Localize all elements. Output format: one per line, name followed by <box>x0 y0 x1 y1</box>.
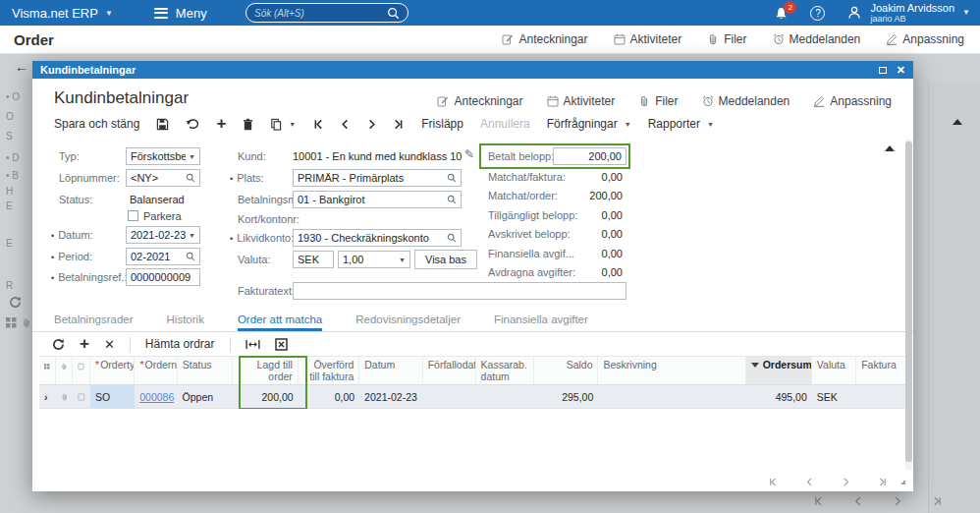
visa-bas-button[interactable]: Visa bas <box>414 250 477 269</box>
next-page-icon[interactable] <box>841 477 851 487</box>
row-paperclip-icon[interactable] <box>56 385 74 408</box>
grid-add-button[interactable]: + <box>80 334 89 354</box>
last-page-icon[interactable] <box>877 477 888 487</box>
prev-page-icon[interactable] <box>804 477 815 487</box>
col-ordertyp[interactable]: Orderty <box>90 357 135 384</box>
col-faktura[interactable]: Faktura <box>856 357 908 384</box>
save-and-close-button[interactable]: Spara och stäng <box>54 117 139 131</box>
col-valuta[interactable]: Valuta <box>812 357 856 384</box>
menu-button[interactable]: Meny <box>154 6 207 21</box>
help-button[interactable]: ? <box>810 6 825 21</box>
delete-button[interactable] <box>243 118 253 131</box>
last-page-icon[interactable] <box>931 495 943 507</box>
col-datum[interactable]: Datum <box>359 357 422 384</box>
add-button[interactable]: + <box>216 114 226 134</box>
vertical-scrollbar[interactable] <box>905 140 912 470</box>
tab-betalningsrader[interactable]: Betalningsrader <box>54 314 134 331</box>
notifications-button[interactable]: 2 <box>774 6 789 21</box>
lopnummer-lookup[interactable]: <NY> <box>126 169 200 187</box>
grid-settings-icon[interactable] <box>39 357 56 384</box>
cell-ordertyp[interactable]: SO <box>90 385 135 408</box>
col-status[interactable]: Status <box>178 357 233 384</box>
grid-refresh-button[interactable] <box>52 338 65 351</box>
col-ordersumma[interactable]: Ordersumma <box>746 357 812 384</box>
dialog-titlebar[interactable]: Kundinbetalningar ✕ <box>32 61 913 79</box>
edit-pencil-icon[interactable]: ✎ <box>464 147 474 161</box>
col-forfallodatum[interactable]: Förfallodatu <box>423 357 476 384</box>
first-record-icon[interactable] <box>312 118 325 131</box>
dialog-link-aktiviteter[interactable]: Aktiviteter <box>547 94 616 108</box>
user-menu[interactable]: Joakim Arvidsson jaario AB ▼ <box>846 2 970 25</box>
col-overford-till-faktura[interactable]: Överförd till faktura <box>299 357 359 384</box>
page-link-filer[interactable]: Filer <box>707 32 746 46</box>
global-search[interactable] <box>245 3 408 23</box>
col-lagd-till-order[interactable]: Lagd till order <box>233 357 299 384</box>
collapse-arrow-icon[interactable] <box>953 119 962 125</box>
close-icon[interactable]: ✕ <box>897 65 905 76</box>
customize-icon <box>886 33 898 45</box>
col-ordernr[interactable]: Ordern <box>135 357 177 384</box>
datum-field[interactable]: 2021-02-23▼ <box>126 226 200 244</box>
tab-order-att-matcha[interactable]: Order att matcha <box>238 314 322 331</box>
save-button[interactable] <box>156 118 169 131</box>
undo-button[interactable] <box>186 118 199 130</box>
tab-historik[interactable]: Historik <box>167 314 204 331</box>
tab-finansiella-avgifter[interactable]: Finansiella avgifter <box>494 314 588 331</box>
brand-menu[interactable]: Visma.net ERP ▼ <box>12 6 113 21</box>
cell-ordernr[interactable]: 000086 <box>135 385 177 408</box>
dialog-link-anpassning[interactable]: Anpassning <box>813 94 892 108</box>
undo-icon <box>186 118 199 130</box>
valuta-currency-box[interactable]: SEK <box>293 251 334 268</box>
likvidkonto-lookup[interactable]: 1930 - Checkräkningskonto <box>293 229 462 247</box>
col-beskrivning[interactable]: Beskrivning <box>598 357 745 384</box>
valuta-currency: SEK <box>298 254 329 265</box>
betalningsmetod-lookup[interactable]: 01 - Bankgirot <box>293 191 462 208</box>
first-page-icon[interactable] <box>768 477 779 487</box>
plats-lookup[interactable]: PRIMÄR - Primärplats <box>293 169 462 187</box>
betalningsref-input[interactable]: 0000000009 <box>126 268 200 286</box>
page-link-anpassning[interactable]: Anpassning <box>886 32 964 46</box>
back-arrow-icon[interactable]: ← <box>15 59 28 75</box>
next-page-icon[interactable] <box>892 495 903 507</box>
prev-page-icon[interactable] <box>852 495 864 507</box>
inquiries-menu[interactable]: Förfrågningar▼ <box>547 117 631 131</box>
valuta-rate: 1,00 <box>343 254 396 265</box>
valuta-rate-select[interactable]: 1,00▼ <box>338 251 410 268</box>
col-saldo[interactable]: Saldo <box>534 357 598 384</box>
dialog-link-anteckningar[interactable]: Anteckningar <box>437 94 522 108</box>
menu-label: Rapporter <box>648 117 700 131</box>
period-lookup[interactable]: 02-2021 <box>126 248 200 265</box>
grid-remove-button[interactable]: ✕ <box>104 337 115 352</box>
prev-record-icon[interactable] <box>339 118 352 131</box>
cell-lagd-till-order[interactable]: 200,00 <box>232 385 298 408</box>
fit-width-button[interactable] <box>245 339 260 350</box>
paperclip-column-icon <box>56 357 74 384</box>
release-button[interactable]: Frisläpp <box>421 117 463 131</box>
page-link-meddelanden[interactable]: Meddelanden <box>773 32 861 46</box>
export-excel-button[interactable] <box>275 338 288 351</box>
reports-menu[interactable]: Rapporter▼ <box>648 117 714 131</box>
search-input[interactable] <box>254 8 387 19</box>
fetch-orders-button[interactable]: Hämta ordrar <box>145 337 215 351</box>
fakturatext-input[interactable] <box>293 282 626 300</box>
dialog-link-meddelanden[interactable]: Meddelanden <box>702 94 790 108</box>
next-record-icon[interactable] <box>365 118 378 131</box>
resize-handle[interactable] <box>901 481 905 484</box>
tab-redovisningsdetaljer[interactable]: Redovisningsdetaljer <box>355 314 461 331</box>
col-kassarab-datum[interactable]: Kassarab. datum <box>476 357 535 384</box>
typ-select[interactable]: Förskottsbetal▼ <box>126 147 200 165</box>
last-record-icon[interactable] <box>392 118 405 131</box>
page-link-aktiviteter[interactable]: Aktiviteter <box>614 32 682 46</box>
ordernr-link[interactable]: 000086 <box>139 391 174 403</box>
dialog-link-filer[interactable]: Filer <box>638 94 678 108</box>
parkera-checkbox[interactable] <box>128 210 138 221</box>
row-note-icon[interactable] <box>73 385 90 408</box>
maximize-icon[interactable] <box>879 67 887 74</box>
copy-paste-button[interactable]: ▼ <box>270 118 296 131</box>
betalt-belopp-input[interactable]: 200,00 <box>553 147 626 165</box>
table-row[interactable]: › SO 000086 Öppen 200,00 0,00 2021-02-23… <box>39 385 908 409</box>
first-page-icon[interactable] <box>813 495 825 507</box>
page-link-anteckningar[interactable]: Anteckningar <box>502 32 587 46</box>
collapse-form-arrow-icon[interactable] <box>885 145 895 151</box>
calendar-icon <box>547 95 559 107</box>
